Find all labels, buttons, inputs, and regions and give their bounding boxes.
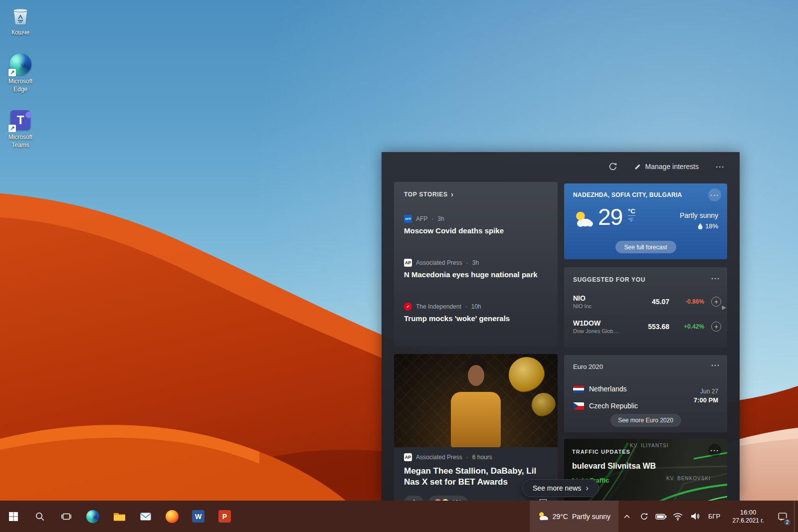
stock-row[interactable]: NIO NIO Inc 45.07 -0.86% + <box>573 292 721 311</box>
team-name: Czech Republic <box>589 402 638 410</box>
stock-row[interactable]: W1DOW Dow Jones Glob… 553.68 +0.42% + <box>573 317 721 336</box>
tray-battery-button[interactable] <box>652 501 669 532</box>
powerpoint-button[interactable]: P <box>211 501 238 532</box>
tray-volume-button[interactable] <box>686 501 703 532</box>
see-full-forecast-button[interactable]: See full forecast <box>615 241 676 253</box>
top-stories-title[interactable]: TOP STORIES › <box>404 191 558 198</box>
story-item[interactable]: The Independent · 10h Trump mocks 'woke'… <box>404 303 548 324</box>
stock-symbol: NIO <box>573 294 629 302</box>
taskbar-clock[interactable]: 16:00 27.6.2021 г. <box>725 501 771 532</box>
desktop-icon-teams[interactable]: T ↗ Microsoft Teams <box>1 109 40 149</box>
edge-icon <box>86 510 99 523</box>
map-area-label: KV. BENKOVSKI <box>666 476 711 481</box>
firefox-icon <box>166 510 179 523</box>
carousel-next-icon[interactable]: ▶ <box>722 304 726 311</box>
weather-card[interactable]: NADEZHDA, SOFIA CITY, BULGARIA ··· 29 °C… <box>564 183 727 259</box>
refresh-icon[interactable] <box>608 162 617 171</box>
featured-story-card[interactable]: AP Associated Press · 6 hours Megan Thee… <box>394 354 558 501</box>
stock-change: -0.86% <box>676 298 704 305</box>
czech-republic-flag-icon <box>573 402 584 410</box>
suggested-more-icon[interactable]: ··· <box>711 274 720 283</box>
shortcut-arrow-icon: ↗ <box>8 125 16 132</box>
story-item[interactable]: AP Associated Press · 3h N Macedonia eye… <box>404 259 548 280</box>
suggested-title: SUGGESTED FOR YOU <box>573 276 645 283</box>
figure-shape <box>468 365 484 386</box>
tray-overflow-button[interactable] <box>618 501 635 532</box>
see-more-news-label: See more news <box>533 484 581 492</box>
action-center-button[interactable]: 2 <box>771 501 794 532</box>
afp-logo-icon: AFP <box>404 215 412 223</box>
map-area-label: KV. ILIYANTSI <box>630 443 668 448</box>
weather-more-icon[interactable]: ··· <box>708 188 721 201</box>
traffic-more-icon[interactable]: ··· <box>708 444 721 457</box>
gold-trophy-shape <box>532 393 556 417</box>
notification-badge: 2 <box>783 518 792 527</box>
start-button[interactable] <box>0 501 26 532</box>
file-explorer-button[interactable] <box>106 501 132 532</box>
tray-network-button[interactable] <box>669 501 686 532</box>
match-team-row[interactable]: Czech Republic <box>573 402 638 410</box>
story-time: 10h <box>471 303 481 310</box>
wifi-icon <box>673 513 683 521</box>
chevron-up-icon <box>623 514 630 519</box>
manage-interests-button[interactable]: Manage interests <box>634 163 699 171</box>
tray-update-button[interactable] <box>635 501 652 532</box>
windows-logo-icon <box>8 512 18 522</box>
taskbar-weather-temp: 29°C <box>553 513 568 521</box>
taskbar-weather-widget[interactable]: 29°C Partly sunny <box>530 501 618 532</box>
manage-interests-label: Manage interests <box>645 163 699 171</box>
task-view-button[interactable] <box>53 501 79 532</box>
show-desktop-button[interactable] <box>794 501 798 532</box>
story-headline: N Macedonia eyes huge national park <box>404 270 548 280</box>
story-headline: Moscow Covid deaths spike <box>404 226 548 236</box>
language-indicator[interactable]: БГР <box>703 501 725 532</box>
temperature-unit-toggle[interactable]: °C °F <box>628 207 635 223</box>
word-button[interactable]: W <box>185 501 211 532</box>
powerpoint-icon: P <box>218 510 231 523</box>
see-more-euro-button[interactable]: See more Euro 2020 <box>610 414 681 427</box>
suggested-for-you-card: SUGGESTED FOR YOU ··· NIO NIO Inc 45.07 … <box>564 267 727 348</box>
add-stock-button[interactable]: + <box>711 297 721 307</box>
news-and-interests-panel: Manage interests ··· TOP STORIES › AFP A… <box>382 152 740 501</box>
figure-shape <box>451 392 501 447</box>
gold-trophy-shape <box>509 357 545 393</box>
stock-symbol: W1DOW <box>573 319 629 327</box>
reactions-count[interactable]: 191 <box>428 496 468 501</box>
euro-more-icon[interactable]: ··· <box>711 361 720 369</box>
match-time: 7:00 PM <box>694 396 718 404</box>
see-more-news-button[interactable]: See more news › <box>522 479 599 497</box>
stock-name: Dow Jones Glob… <box>573 328 629 334</box>
dot-separator: · <box>466 259 468 266</box>
file-explorer-icon <box>113 511 126 523</box>
taskbar: W P 29°C Partly sunny <box>0 501 798 532</box>
desktop-icon-edge[interactable]: ↗ Microsoft Edge <box>1 53 40 93</box>
top-stories-card: TOP STORIES › AFP AFP · 3h Moscow Covid … <box>394 182 558 347</box>
panel-header: Manage interests ··· <box>608 162 725 171</box>
firefox-button[interactable] <box>159 501 185 532</box>
story-time: 3h <box>472 259 479 266</box>
netherlands-flag-icon <box>573 385 584 393</box>
like-button[interactable] <box>404 496 423 501</box>
panel-more-icon[interactable]: ··· <box>716 163 725 171</box>
desktop-icon-label: Microsoft Teams <box>2 134 39 149</box>
mail-button[interactable] <box>132 501 159 532</box>
weather-temperature: 29 <box>598 203 622 230</box>
task-view-icon <box>61 512 72 522</box>
taskbar-edge-button[interactable] <box>79 501 106 532</box>
precipitation-value: 18% <box>705 222 718 230</box>
fahrenheit-label[interactable]: °F <box>628 217 635 223</box>
taskbar-weather-condition: Partly sunny <box>572 513 610 521</box>
recycle-bin-icon <box>9 4 31 26</box>
volume-icon <box>690 512 700 521</box>
match-team-row[interactable]: Netherlands <box>573 385 627 393</box>
word-icon: W <box>192 510 204 523</box>
partly-sunny-icon <box>573 209 594 230</box>
add-stock-button[interactable]: + <box>711 322 721 332</box>
story-actions: 191 <box>404 496 548 501</box>
search-button[interactable] <box>26 501 53 532</box>
ap-logo-icon: AP <box>404 259 412 267</box>
story-item[interactable]: AFP AFP · 3h Moscow Covid deaths spike <box>404 215 548 236</box>
desktop-icon-recycle-bin[interactable]: Кошче <box>1 4 40 37</box>
celsius-label[interactable]: °C <box>628 207 635 216</box>
mail-icon <box>140 512 152 522</box>
